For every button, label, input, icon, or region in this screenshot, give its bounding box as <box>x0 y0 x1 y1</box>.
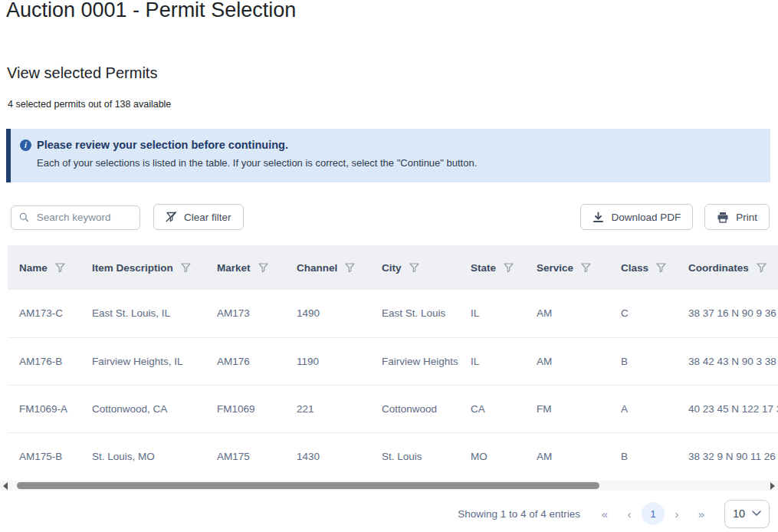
chevron-down-icon <box>752 511 761 517</box>
banner-message: Each of your selections is listed in the… <box>37 157 770 169</box>
cell-channel: 1430 <box>285 432 370 480</box>
column-label: Coordinates <box>688 262 749 274</box>
download-pdf-label: Download PDF <box>611 212 681 223</box>
cell-item-description: East St. Louis, IL <box>80 290 205 337</box>
first-page-button[interactable]: « <box>593 507 617 521</box>
column-header-service: Service <box>525 245 609 290</box>
column-label: City <box>382 262 402 274</box>
column-label: Market <box>217 262 251 274</box>
search-box[interactable] <box>11 205 140 230</box>
cell-name: AM173-C <box>8 290 80 337</box>
column-header-market: Market <box>205 245 285 290</box>
clear-filter-label: Clear filter <box>184 212 231 223</box>
table-header-row: Name Item Description Market Channel Cit… <box>8 245 778 290</box>
current-page-button[interactable]: 1 <box>642 502 665 525</box>
permit-selection-page: Auction 0001 - Permit Selection View sel… <box>0 0 778 532</box>
cell-coordinates: 38 37 16 N 90 9 36 <box>677 290 778 337</box>
cell-state: IL <box>459 290 525 337</box>
cell-coordinates: 40 23 45 N 122 17 3 <box>677 385 778 432</box>
column-label: Name <box>19 262 48 274</box>
cell-channel: 1490 <box>285 290 370 337</box>
cell-service: FM <box>525 385 609 432</box>
column-label: Item Description <box>92 262 173 274</box>
search-input[interactable] <box>35 211 132 224</box>
column-label: Class <box>621 262 648 274</box>
cell-service: AM <box>525 432 609 480</box>
filter-icon[interactable] <box>181 263 191 273</box>
cell-item-description: St. Louis, MO <box>80 432 205 480</box>
column-header-state: State <box>459 245 525 290</box>
scrollbar-thumb[interactable] <box>17 482 599 489</box>
cell-state: CA <box>459 385 525 432</box>
cell-service: AM <box>525 290 609 337</box>
entries-summary: Showing 1 to 4 of 4 entries <box>458 508 580 520</box>
cell-state: IL <box>459 337 525 385</box>
table-row: AM176-B Fairview Heights, IL AM176 1190 … <box>8 337 778 385</box>
filter-icon[interactable] <box>504 263 514 273</box>
review-banner: i Please review your selection before co… <box>6 129 770 182</box>
horizontal-scrollbar[interactable] <box>0 481 778 491</box>
permits-table: Name Item Description Market Channel Cit… <box>8 245 778 480</box>
column-header-item-description: Item Description <box>80 245 205 290</box>
cell-name: FM1069-A <box>8 385 80 432</box>
next-page-button[interactable]: › <box>665 507 689 521</box>
column-header-class: Class <box>609 245 677 290</box>
cell-city: Cottonwood <box>370 385 459 432</box>
filter-icon[interactable] <box>55 263 65 273</box>
cell-city: St. Louis <box>370 432 459 480</box>
cell-city: East St. Louis <box>370 290 459 337</box>
table-row: FM1069-A Cottonwood, CA FM1069 221 Cotto… <box>8 385 778 432</box>
column-header-name: Name <box>8 245 80 290</box>
column-header-channel: Channel <box>285 245 370 290</box>
cell-class: B <box>609 432 677 480</box>
download-pdf-button[interactable]: Download PDF <box>580 204 693 230</box>
filter-icon[interactable] <box>656 263 666 273</box>
selection-summary: 4 selected permits out of 138 available <box>8 99 171 110</box>
cell-market: AM176 <box>205 337 285 385</box>
column-header-city: City <box>370 245 459 290</box>
cell-service: AM <box>525 337 609 385</box>
column-label: Service <box>537 262 573 274</box>
filter-icon[interactable] <box>409 263 419 273</box>
last-page-button[interactable]: » <box>689 507 714 521</box>
cell-name: AM175-B <box>8 432 80 480</box>
cell-market: AM173 <box>205 290 285 337</box>
filter-icon[interactable] <box>581 263 591 273</box>
cell-city: Fairview Heights <box>370 337 459 385</box>
download-icon <box>593 212 604 223</box>
cell-market: FM1069 <box>205 385 285 432</box>
cell-channel: 1190 <box>285 337 370 385</box>
section-title: View selected Permits <box>7 64 157 82</box>
filter-icon[interactable] <box>757 263 767 273</box>
clear-filter-button[interactable]: Clear filter <box>153 204 244 230</box>
scrollbar-track[interactable] <box>8 481 770 491</box>
cell-name: AM176-B <box>8 337 80 385</box>
banner-title: Please review your selection before cont… <box>37 139 288 151</box>
search-icon <box>19 212 29 223</box>
cell-class: B <box>609 337 677 385</box>
scroll-right-icon[interactable] <box>770 482 775 490</box>
cell-coordinates: 38 42 43 N 90 3 38 <box>677 337 778 385</box>
banner-title-row: i Please review your selection before co… <box>20 139 770 151</box>
printer-icon <box>717 212 729 223</box>
page-size-select[interactable]: 10 <box>724 500 770 528</box>
filter-icon[interactable] <box>345 263 355 273</box>
cell-class: A <box>609 385 677 432</box>
cell-item-description: Fairview Heights, IL <box>80 337 205 385</box>
cell-item-description: Cottonwood, CA <box>80 385 205 432</box>
filter-slash-icon <box>166 212 177 222</box>
column-header-coordinates: Coordinates <box>677 245 778 290</box>
cell-coordinates: 38 32 9 N 90 11 26 <box>677 432 778 480</box>
filter-icon[interactable] <box>258 263 268 273</box>
table-row: AM175-B St. Louis, MO AM175 1430 St. Lou… <box>8 432 778 480</box>
table-row: AM173-C East St. Louis, IL AM173 1490 Ea… <box>8 290 778 337</box>
page-size-value: 10 <box>733 507 745 520</box>
print-button[interactable]: Print <box>704 204 770 230</box>
toolbar-left: Clear filter <box>11 204 244 230</box>
prev-page-button[interactable]: ‹ <box>617 507 642 521</box>
pagination-bar: Showing 1 to 4 of 4 entries « ‹ 1 › » 10 <box>458 499 770 528</box>
cell-state: MO <box>459 432 525 480</box>
column-label: State <box>471 262 496 274</box>
column-label: Channel <box>297 262 337 274</box>
print-label: Print <box>736 212 757 223</box>
